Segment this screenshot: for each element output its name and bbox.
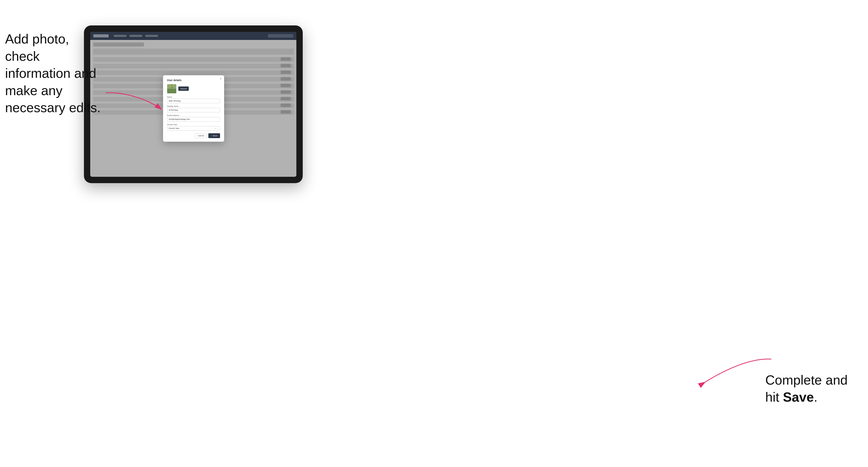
annotation-right-line2: hit	[765, 390, 783, 404]
school-year-label: School Year	[167, 123, 220, 126]
email-field-group: Email address test@clippdcollege.edu	[167, 114, 220, 122]
email-input[interactable]: test@clippdcollege.edu	[167, 117, 220, 122]
modal-footer: Cancel Save	[167, 133, 220, 138]
tablet-screen: User details × Upload Name Blair McHarg	[90, 32, 297, 177]
school-year-value: Fourth Year	[169, 127, 179, 129]
main-content: User details × Upload Name Blair McHarg	[91, 40, 297, 177]
cancel-button[interactable]: Cancel	[195, 133, 207, 138]
modal-close-button[interactable]: ×	[220, 77, 221, 80]
user-details-modal: User details × Upload Name Blair McHarg	[163, 75, 224, 142]
nav-item-roster[interactable]	[145, 35, 158, 37]
photo-section: Upload	[167, 84, 220, 93]
upload-photo-button[interactable]: Upload	[178, 87, 189, 91]
email-label: Email address	[167, 114, 220, 117]
tablet-device: User details × Upload Name Blair McHarg	[84, 25, 303, 183]
app-content: User details × Upload Name Blair McHarg	[90, 40, 297, 177]
display-name-field-group: Display name B.McHarg	[167, 105, 220, 113]
save-button[interactable]: Save	[208, 133, 220, 138]
school-year-field-group: School Year Fourth Year × ⌄	[167, 123, 220, 131]
school-year-select[interactable]: Fourth Year × ⌄	[167, 126, 220, 131]
user-photo-thumbnail	[167, 84, 176, 93]
annotation-right-period: .	[814, 390, 817, 404]
app-header	[90, 32, 297, 40]
annotation-right-line1: Complete and	[765, 373, 848, 387]
modal-title: User details	[167, 79, 220, 82]
nav-item-overview[interactable]	[114, 35, 126, 37]
display-name-label: Display name	[167, 105, 220, 107]
chevron-down-icon: ⌄	[217, 127, 218, 129]
name-input[interactable]: Blair McHarg	[167, 99, 220, 103]
clear-icon[interactable]: ×	[215, 127, 216, 129]
arrow-annotation-right	[700, 356, 776, 388]
annotation-left: Add photo, check information and make an…	[5, 31, 102, 117]
display-name-input[interactable]: B.McHarg	[167, 108, 220, 113]
header-search[interactable]	[268, 34, 293, 38]
annotation-right: Complete and hit Save.	[765, 372, 848, 406]
nav-item-insights[interactable]	[129, 35, 142, 37]
name-field-group: Name Blair McHarg	[167, 96, 220, 103]
modal-overlay: User details × Upload Name Blair McHarg	[91, 40, 297, 177]
app-nav	[114, 35, 158, 37]
name-label: Name	[167, 96, 220, 98]
annotation-right-bold: Save	[783, 390, 814, 404]
